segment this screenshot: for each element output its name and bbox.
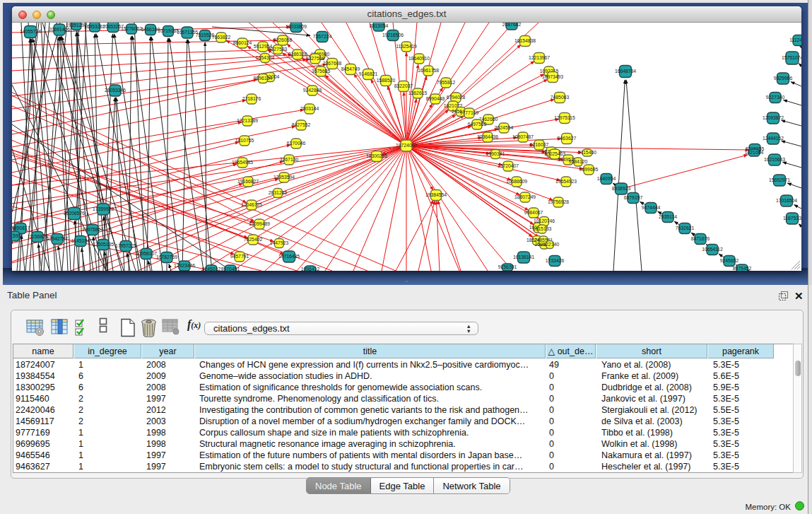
svg-text:1440954: 1440954 [597, 176, 616, 181]
svg-text:18724007: 18724007 [396, 143, 417, 148]
svg-text:2367608: 2367608 [323, 61, 342, 66]
svg-text:15751074: 15751074 [782, 55, 801, 60]
svg-text:15276062: 15276062 [121, 26, 142, 31]
svg-text:28053346: 28053346 [105, 88, 126, 93]
svg-text:20206576: 20206576 [64, 211, 85, 216]
svg-text:3267130: 3267130 [280, 157, 299, 162]
svg-text:16782759: 16782759 [156, 255, 177, 259]
svg-text:9699695: 9699695 [579, 167, 599, 172]
svg-text:16033809: 16033809 [286, 24, 307, 29]
svg-text:8979452: 8979452 [733, 266, 752, 271]
svg-text:1362615: 1362615 [408, 90, 428, 95]
svg-text:1733426: 1733426 [546, 258, 565, 263]
svg-text:1654334: 1654334 [256, 55, 275, 60]
svg-text:20691406: 20691406 [49, 27, 70, 32]
svg-text:9227340: 9227340 [766, 95, 785, 100]
svg-text:3675685: 3675685 [312, 69, 331, 74]
svg-text:2522140: 2522140 [541, 242, 560, 247]
svg-text:12975115: 12975115 [554, 115, 575, 120]
svg-text:8990448: 8990448 [426, 96, 445, 101]
svg-text:7663822: 7663822 [212, 35, 231, 40]
svg-text:14099489: 14099489 [249, 221, 270, 226]
svg-text:12923446: 12923446 [174, 263, 195, 268]
svg-text:7357224: 7357224 [313, 34, 332, 39]
svg-text:9457791: 9457791 [230, 254, 249, 259]
svg-text:11156829: 11156829 [27, 234, 47, 239]
svg-text:10973493: 10973493 [542, 74, 563, 79]
svg-text:6879197: 6879197 [624, 195, 643, 200]
svg-text:9463627: 9463627 [558, 136, 577, 141]
svg-text:11325419: 11325419 [396, 44, 417, 49]
svg-text:10958107: 10958107 [136, 251, 157, 256]
svg-text:15720407: 15720407 [498, 163, 519, 168]
svg-text:17957225: 17957225 [115, 243, 136, 248]
svg-text:12942757: 12942757 [47, 236, 68, 241]
svg-text:9584120: 9584120 [569, 159, 588, 164]
svg-text:8938923: 8938923 [612, 186, 631, 191]
svg-text:8454749: 8454749 [341, 66, 360, 71]
svg-text:16961758: 16961758 [418, 68, 439, 73]
svg-text:12353594: 12353594 [273, 175, 295, 180]
svg-text:8322037: 8322037 [394, 83, 413, 88]
svg-text:10120746: 10120746 [534, 218, 555, 223]
svg-text:8970451: 8970451 [221, 267, 240, 271]
svg-text:8850817: 8850817 [12, 226, 30, 230]
svg-text:1096412: 1096412 [301, 267, 320, 271]
svg-text:9896134: 9896134 [254, 76, 273, 81]
svg-text:2803144: 2803144 [300, 106, 319, 111]
svg-text:2935114: 2935114 [659, 214, 677, 219]
svg-text:9329966: 9329966 [774, 76, 793, 81]
svg-text:16210643: 16210643 [764, 157, 785, 162]
svg-text:10025463: 10025463 [544, 151, 565, 156]
svg-text:16136141: 16136141 [513, 255, 534, 259]
svg-text:19756928: 19756928 [548, 199, 569, 204]
svg-text:1990341: 1990341 [486, 151, 505, 156]
svg-text:19716485: 19716485 [278, 254, 300, 259]
svg-text:9245012: 9245012 [202, 267, 221, 271]
svg-text:20364436: 20364436 [477, 134, 498, 139]
svg-text:9245652: 9245652 [720, 258, 739, 263]
svg-text:9327503: 9327503 [269, 47, 288, 52]
svg-text:1810755: 1810755 [235, 138, 254, 143]
svg-text:8471676: 8471676 [691, 236, 710, 241]
svg-text:10719185: 10719185 [158, 28, 179, 33]
svg-text:9115460: 9115460 [578, 150, 596, 155]
svg-text:7632621: 7632621 [676, 226, 695, 230]
svg-text:12505135: 12505135 [93, 242, 114, 247]
svg-text:8813054: 8813054 [370, 23, 389, 28]
svg-text:9327508: 9327508 [306, 56, 325, 61]
svg-text:6216037: 6216037 [530, 142, 549, 147]
svg-text:10807487: 10807487 [512, 134, 534, 139]
svg-text:1021064: 1021064 [745, 150, 764, 155]
svg-text:10654112: 10654112 [702, 247, 723, 252]
svg-text:1167533: 1167533 [783, 216, 801, 221]
svg-text:16671355: 16671355 [177, 30, 198, 35]
svg-text:9146821: 9146821 [359, 71, 378, 76]
svg-text:17016504: 17016504 [776, 198, 797, 203]
svg-text:6497568: 6497568 [468, 122, 487, 127]
svg-text:10688609: 10688609 [506, 179, 527, 184]
svg-text:19384554: 19384554 [425, 192, 447, 197]
svg-text:7462660: 7462660 [479, 117, 498, 122]
svg-text:3915911: 3915911 [12, 233, 23, 238]
svg-text:7955812: 7955812 [437, 80, 456, 85]
svg-text:8660124: 8660124 [233, 40, 252, 45]
svg-text:7485063: 7485063 [551, 95, 570, 100]
svg-text:1112460: 1112460 [789, 37, 801, 42]
svg-text:19218506: 19218506 [382, 33, 404, 37]
svg-text:19654985: 19654985 [232, 160, 253, 165]
svg-text:9242848: 9242848 [303, 88, 322, 93]
svg-text:2831245: 2831245 [269, 190, 288, 195]
svg-text:1145194: 1145194 [71, 238, 90, 243]
svg-text:19654923: 19654923 [555, 179, 577, 184]
svg-text:6794028: 6794028 [447, 95, 466, 100]
svg-text:8427552: 8427552 [292, 122, 311, 127]
svg-text:12444152: 12444152 [763, 136, 784, 141]
svg-text:16154838: 16154838 [514, 38, 536, 43]
svg-text:18640910: 18640910 [408, 56, 430, 61]
svg-text:8226058: 8226058 [273, 37, 293, 42]
svg-text:12213389: 12213389 [237, 118, 258, 123]
svg-text:9084067: 9084067 [524, 210, 543, 215]
svg-text:8186328: 8186328 [288, 52, 307, 57]
svg-text:1588520: 1588520 [377, 78, 396, 83]
